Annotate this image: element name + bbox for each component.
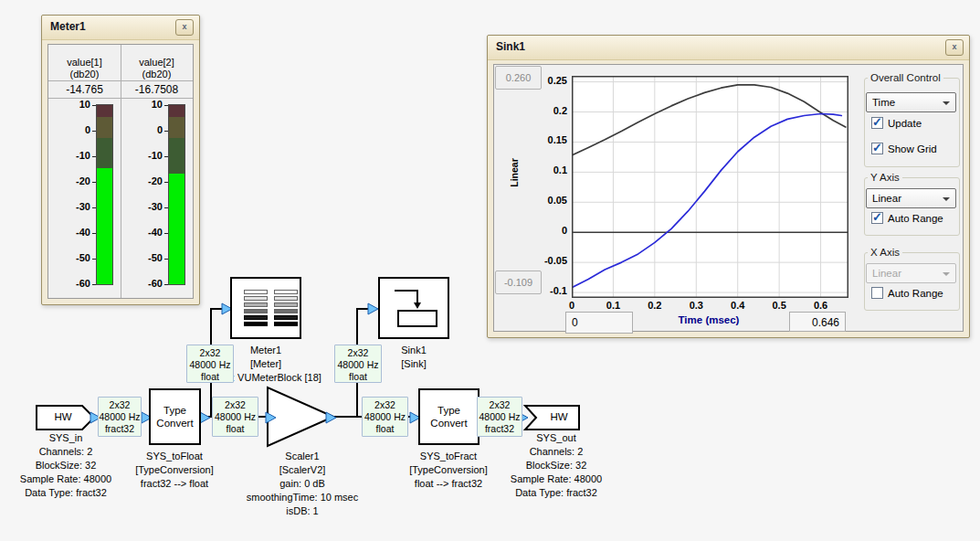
checkbox-box <box>871 143 883 154</box>
block-caption: Scaler1 [ScalerV2] gain: 0 dB smoothingT… <box>225 450 380 518</box>
y-tick-label: 0 <box>525 225 567 236</box>
x-tick-label: 0.3 <box>678 300 714 311</box>
meter-tick-label: -40 <box>48 227 90 238</box>
sink-window-titlebar[interactable]: Sink1 x <box>488 36 969 60</box>
meter-bar-segment <box>169 174 184 284</box>
channel-reading: -14.765 <box>48 83 121 96</box>
meter-bar-segment <box>97 168 112 284</box>
window-title: Meter1 <box>50 20 86 33</box>
sink-window: Sink1 x 0.260 -0.109 Linear 0.250.20.150… <box>487 35 970 338</box>
meter-tick-label: -50 <box>48 252 90 263</box>
meter-tick-label: -30 <box>48 201 90 212</box>
meter-channel-2: value[2] (db20) -16.7508 100-10-20-30-40… <box>121 45 193 298</box>
y-scale-select[interactable]: Linear <box>866 188 956 208</box>
close-icon[interactable]: x <box>945 39 964 56</box>
meter-tick-label: 0 <box>48 124 90 135</box>
wire-type-label: 2x32 48000 Hz float <box>362 397 408 437</box>
meter-window-titlebar[interactable]: Meter1 x <box>42 16 199 40</box>
channel-unit: (db20) <box>48 69 121 80</box>
group-title: X Axis <box>868 247 902 258</box>
sink-scope-icon <box>380 279 448 337</box>
meter-bar-segment <box>169 138 184 174</box>
chevron-down-icon <box>943 197 950 201</box>
checkbox-label: Update <box>888 118 922 129</box>
pin-icon <box>326 412 336 423</box>
x-tick-label: 0.6 <box>803 300 839 311</box>
type-convert-out-block[interactable]: Type Convert <box>418 388 479 445</box>
x-auto-range-checkbox[interactable]: Auto Range <box>871 287 943 299</box>
channel-name: value[1] <box>48 57 121 68</box>
y-axis-label: Linear <box>509 143 520 202</box>
wire-type-label: 2x32 48000 Hz float <box>212 397 258 437</box>
meter-tick-label: 10 <box>121 99 163 110</box>
wire-type-label: 2x32 48000 Hz float <box>186 345 234 383</box>
x-max-field[interactable]: 0.646 <box>789 312 846 332</box>
sink-panel: 0.260 -0.109 Linear 0.250.20.150.10.050-… <box>493 64 964 332</box>
meter-block[interactable] <box>230 277 301 339</box>
meter-tick-label: -60 <box>48 278 90 289</box>
show-grid-checkbox[interactable]: Show Grid <box>871 143 937 154</box>
meter-bar-segment <box>97 117 112 139</box>
wire-type-label: 2x32 48000 Hz fract32 <box>477 397 522 437</box>
selected-option: Linear <box>872 268 901 279</box>
hw-port-label: HW <box>40 411 86 422</box>
update-checkbox[interactable]: Update <box>871 117 922 129</box>
vu-meter-icon <box>244 290 298 328</box>
close-icon[interactable]: x <box>175 19 194 36</box>
group-title: Y Axis <box>868 172 902 183</box>
meter-bar-segment <box>97 138 112 168</box>
meter-bar <box>168 104 185 285</box>
checkbox-label: Auto Range <box>888 213 943 224</box>
meter-window: Meter1 x value[1] (db20) -14.765 100-10-… <box>41 15 200 305</box>
chevron-down-icon <box>943 272 950 276</box>
x-scale-select: Linear <box>866 263 956 283</box>
wire-type-label: 2x32 48000 Hz float <box>334 345 382 383</box>
type-convert-in-block[interactable]: Type Convert <box>149 388 201 445</box>
y-auto-range-checkbox[interactable]: Auto Range <box>871 212 943 224</box>
x-tick-label: 0.4 <box>720 300 756 311</box>
x-tick-label: 0.5 <box>761 300 797 311</box>
meter-tick-label: -30 <box>121 201 163 212</box>
meter-bar-segment <box>97 105 112 117</box>
block-label: Type Convert <box>151 390 199 430</box>
meter-tick-label: -50 <box>121 252 163 263</box>
checkbox-box <box>871 287 883 299</box>
meter-tick-label: -10 <box>48 150 90 161</box>
checkbox-label: Auto Range <box>888 288 943 299</box>
meter-tick-label: -60 <box>121 278 163 289</box>
selected-option: Time <box>872 97 895 108</box>
block-caption: SYS_toFloat [TypeConversion] fract32 -->… <box>111 450 238 491</box>
meter-tick-label: -20 <box>121 175 163 186</box>
meter-tick-label: -40 <box>121 227 163 238</box>
y-tick-label: -0.1 <box>525 285 567 296</box>
selected-option: Linear <box>872 193 901 204</box>
meter-bar-segment <box>169 105 184 117</box>
x-axis-label: Time (msec) <box>617 314 800 325</box>
domain-select[interactable]: Time <box>866 92 956 112</box>
channel-reading: -16.7508 <box>121 83 193 96</box>
pin-icon <box>200 412 210 423</box>
x-tick-label: 0.1 <box>595 300 631 311</box>
meter-tick-label: 0 <box>121 124 163 135</box>
checkbox-box <box>871 212 883 224</box>
x-tick-label: 0.2 <box>637 300 673 311</box>
y-tick-label: 0.05 <box>525 195 567 206</box>
channel-unit: (db20) <box>121 69 193 80</box>
meter-panel: value[1] (db20) -14.765 100-10-20-30-40-… <box>47 44 194 299</box>
channel-name: value[2] <box>121 57 193 68</box>
meter-tick-label: 10 <box>48 99 90 110</box>
hw-port-label: HW <box>539 411 579 422</box>
plot-area <box>572 76 848 302</box>
window-title: Sink1 <box>496 40 525 53</box>
pin-icon <box>368 303 378 314</box>
y-tick-label: -0.05 <box>525 255 567 266</box>
block-label: Type Convert <box>420 390 478 430</box>
meter-channel-1: value[1] (db20) -14.765 100-10-20-30-40-… <box>48 45 121 298</box>
scaler-block[interactable] <box>268 387 333 446</box>
meter-tick-label: -20 <box>48 175 90 186</box>
wire-type-label: 2x32 48000 Hz fract32 <box>98 397 142 437</box>
chevron-down-icon <box>943 101 950 105</box>
sink-block[interactable] <box>378 277 449 339</box>
y-tick-label: 0.15 <box>525 134 567 145</box>
y-tick-label: 0.2 <box>525 105 567 116</box>
